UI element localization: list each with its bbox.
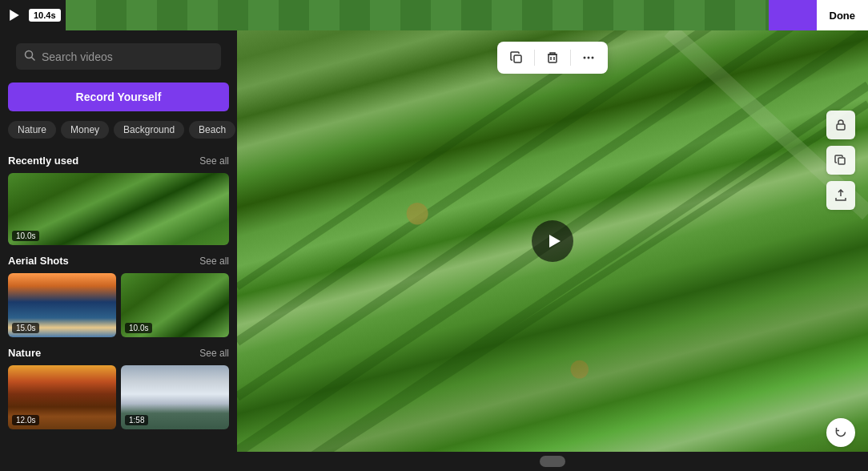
toolbar-divider-1 xyxy=(534,50,535,66)
aerial-thumb-1[interactable]: 15.0s xyxy=(8,273,116,337)
aerial-duration-2: 10.0s xyxy=(125,323,152,333)
aerial-shots-grid: 15.0s 10.0s xyxy=(8,273,229,337)
nature-see-all[interactable]: See all xyxy=(199,348,229,359)
main-area: Record Yourself Nature Money Background … xyxy=(0,30,868,471)
search-icon xyxy=(24,50,35,63)
svg-marker-21 xyxy=(549,235,561,248)
video-canvas xyxy=(237,30,868,452)
sidebar-scroll-content: Recently used See all 10.0s Aerial Shots… xyxy=(0,145,237,471)
scrubber-handle[interactable] xyxy=(540,456,565,467)
category-nature[interactable]: Nature xyxy=(8,121,56,139)
aerial-shots-title: Aerial Shots xyxy=(8,255,69,267)
sidebar: Record Yourself Nature Money Background … xyxy=(0,30,237,471)
svg-point-7 xyxy=(584,57,586,59)
nature-duration-1: 12.0s xyxy=(12,415,39,425)
video-play-button[interactable] xyxy=(532,220,573,262)
delete-toolbar-button[interactable] xyxy=(541,46,564,69)
timeline-strip[interactable] xyxy=(66,0,817,30)
svg-point-9 xyxy=(592,57,594,59)
svg-point-8 xyxy=(588,57,590,59)
aerial-shots-header: Aerial Shots See all xyxy=(8,255,229,267)
play-button[interactable] xyxy=(0,0,29,30)
category-beach[interactable]: Beach xyxy=(189,121,235,139)
category-background[interactable]: Background xyxy=(114,121,184,139)
canvas-area xyxy=(237,30,868,471)
svg-line-13 xyxy=(237,30,868,397)
record-yourself-button[interactable]: Record Yourself xyxy=(8,83,229,111)
recently-used-thumb-1[interactable]: 10.0s xyxy=(8,173,229,245)
export-button[interactable] xyxy=(826,181,855,210)
nature-title: Nature xyxy=(8,347,41,359)
svg-line-2 xyxy=(32,58,35,61)
recently-used-duration-1: 10.0s xyxy=(12,231,39,241)
nature-thumb-1[interactable]: 12.0s xyxy=(8,365,116,429)
duplicate-button[interactable] xyxy=(826,146,855,175)
timeline-bar: 10.4s Done xyxy=(0,0,868,30)
svg-rect-10 xyxy=(837,124,845,130)
svg-marker-0 xyxy=(10,10,19,21)
search-input[interactable] xyxy=(42,50,213,63)
toolbar-divider-2 xyxy=(570,50,571,66)
more-options-button[interactable] xyxy=(577,46,600,69)
right-action-icons xyxy=(826,111,855,210)
svg-point-20 xyxy=(571,360,589,379)
done-button[interactable]: Done xyxy=(817,0,869,30)
aerial-duration-1: 15.0s xyxy=(12,323,39,333)
recently-used-title: Recently used xyxy=(8,155,78,167)
nature-duration-2: 1:58 xyxy=(125,415,148,425)
bottom-scrubber xyxy=(237,452,868,471)
lock-button[interactable] xyxy=(826,111,855,139)
recently-used-header: Recently used See all xyxy=(8,155,229,167)
aerial-shots-see-all[interactable]: See all xyxy=(199,256,229,267)
recently-used-see-all[interactable]: See all xyxy=(199,155,229,167)
time-badge: 10.4s xyxy=(29,9,61,22)
svg-point-19 xyxy=(407,203,428,224)
copy-toolbar-button[interactable] xyxy=(505,46,528,69)
svg-line-16 xyxy=(237,86,868,452)
search-bar xyxy=(16,43,221,70)
nature-grid: 12.0s 1:58 xyxy=(8,365,229,429)
category-money[interactable]: Money xyxy=(61,121,109,139)
svg-rect-3 xyxy=(514,55,521,62)
nature-thumb-2[interactable]: 1:58 xyxy=(121,365,229,429)
clip-toolbar xyxy=(497,42,608,74)
category-pills: Nature Money Background Beach › xyxy=(0,118,237,145)
svg-rect-11 xyxy=(838,158,845,164)
aerial-thumb-2[interactable]: 10.0s xyxy=(121,273,229,337)
nature-header: Nature See all xyxy=(8,347,229,359)
svg-rect-4 xyxy=(549,54,557,62)
refresh-button[interactable] xyxy=(826,418,855,447)
